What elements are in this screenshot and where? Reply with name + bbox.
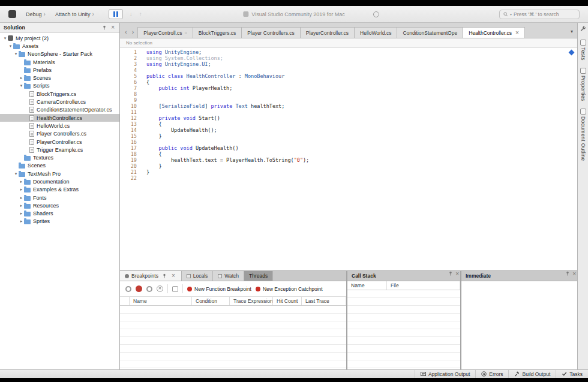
tree-item-resources[interactable]: ▸Resources	[0, 201, 119, 209]
tree-item-prefabs[interactable]: Prefabs	[0, 66, 119, 74]
tree-item-textmesh-pro[interactable]: ▾TextMesh Pro	[0, 170, 119, 178]
tree-item-textures[interactable]: Textures	[0, 154, 119, 161]
errors-icon	[481, 371, 487, 377]
rail-pad-document-outline[interactable]: Document Outline	[580, 109, 586, 161]
toolbox-icon[interactable]	[580, 26, 586, 32]
editor-tab-conditionstatementope[interactable]: ConditionStatementOpe	[397, 27, 463, 38]
tree-item-blocktriggers-cs[interactable]: BlockTriggers.cs	[0, 90, 119, 98]
editor-tab-helloworld-cs[interactable]: HelloWorld.cs	[354, 27, 397, 38]
immediate-console[interactable]	[461, 281, 577, 369]
global-search-input[interactable]: ▾ Press '⌘.' to search	[499, 10, 580, 19]
pause-debugging-button[interactable]	[109, 9, 123, 19]
chevron-right-icon[interactable]: ▸	[19, 195, 24, 200]
column-header-name[interactable]: Name	[130, 297, 192, 305]
tree-item-neonsphere-starter-pack[interactable]: ▾NeonSphere - Starter Pack	[0, 50, 119, 58]
column-header-file[interactable]: File	[387, 281, 460, 290]
tree-item-cameracontroller-cs[interactable]: CameraController.cs	[0, 98, 119, 106]
navigate-forward-icon[interactable]: ›	[130, 27, 137, 38]
breadcrumb[interactable]: No selection	[120, 38, 577, 48]
column-header-hit-count[interactable]: Hit Count	[273, 297, 302, 305]
tree-item-conditionstatementoperator-cs[interactable]: ConditionStatementOperator.cs	[0, 106, 119, 114]
app-icon[interactable]	[8, 10, 16, 18]
tree-item-playercontroller-cs[interactable]: PlayerController.cs	[0, 138, 119, 146]
step-out-icon[interactable]: ↑	[139, 11, 142, 17]
column-header-condition[interactable]: Condition	[192, 297, 230, 305]
tree-item-shaders[interactable]: ▸Shaders	[0, 210, 119, 218]
editor-tab-player-controllers-cs[interactable]: Player Controllers.cs	[241, 27, 299, 38]
editor-tab-healthcontroller-cs[interactable]: HealthController.cs×	[463, 27, 525, 38]
chevron-right-icon[interactable]: ▸	[19, 211, 24, 216]
debug-configuration-dropdown[interactable]: Debug ›	[26, 11, 46, 17]
new-exception-catchpoint-button[interactable]: New Exception Catchpoint	[256, 286, 323, 292]
statusbar-tasks[interactable]: Tasks	[556, 370, 588, 378]
bottom-pads: Breakpoints×LocalsWatchThreads New Funct…	[120, 270, 577, 369]
new-function-breakpoint-button[interactable]: New Function Breakpoint	[187, 286, 251, 292]
notifications-icon[interactable]	[373, 11, 379, 17]
close-icon[interactable]: ×	[170, 273, 176, 279]
close-icon[interactable]: ×	[110, 25, 116, 31]
statusbar-application-output[interactable]: Application Output	[415, 370, 475, 378]
tree-item-documentation[interactable]: ▸Documentation	[0, 178, 119, 185]
editor-tab-blocktriggers-cs[interactable]: BlockTriggers.cs	[193, 27, 242, 38]
breakpoints-pad: Breakpoints×LocalsWatchThreads New Funct…	[120, 271, 346, 369]
pad-tab-threads[interactable]: Threads	[244, 271, 273, 281]
breakpoint-icon[interactable]	[136, 285, 142, 292]
rail-pad-tests[interactable]: Tests	[580, 40, 586, 61]
close-icon[interactable]: ×	[571, 271, 577, 281]
statusbar-errors[interactable]: Errors	[475, 370, 508, 378]
breakpoint-outline-icon[interactable]	[146, 286, 152, 292]
editor-tab-playercontroller-cs[interactable]: PlayerController.cs	[300, 27, 354, 38]
pin-icon[interactable]	[101, 25, 108, 30]
editor-tab-playercontroll-cs[interactable]: PlayerControll.cs○	[137, 27, 192, 38]
chevron-right-icon[interactable]: ▸	[19, 179, 24, 184]
tree-item-my-project-2[interactable]: ▾My project (2)	[0, 34, 119, 42]
tree-item-examples-extras[interactable]: ▸Examples & Extras	[0, 186, 119, 194]
chevron-down-icon[interactable]: ▾	[13, 172, 19, 176]
tree-item-healthcontroller-cs[interactable]: HealthController.cs	[0, 114, 119, 122]
column-header-last-trace[interactable]: Last Trace	[302, 297, 346, 305]
column-header-name[interactable]: Name	[347, 281, 387, 290]
code-editor[interactable]: 1using UnityEngine;2using System.Collect…	[120, 48, 577, 270]
attach-target-dropdown[interactable]: Attach to Unity ›	[55, 11, 94, 17]
rail-pad-properties[interactable]: Properties	[580, 68, 586, 101]
remove-breakpoint-icon[interactable]	[157, 285, 163, 292]
chevron-down-icon[interactable]: ▾	[8, 44, 13, 49]
tree-item-fonts[interactable]: ▸Fonts	[0, 194, 119, 201]
tree-item-scripts[interactable]: ▾Scripts	[0, 82, 119, 90]
close-icon[interactable]: ×	[454, 271, 460, 281]
breakpoint-properties-icon[interactable]	[172, 286, 178, 292]
close-tab-icon[interactable]: ×	[515, 29, 519, 36]
tree-item-scenes[interactable]: ▸Scenes	[0, 74, 119, 82]
code-line: 20 }	[122, 163, 577, 169]
tree-item-player-controllers-cs[interactable]: Player Controllers.cs	[0, 130, 119, 138]
navigate-back-icon[interactable]: ‹	[122, 27, 130, 38]
pin-icon[interactable]	[447, 271, 454, 281]
tree-item-scenes[interactable]: Scenes	[0, 162, 119, 170]
column-header-trace-expression[interactable]: Trace Expression	[230, 297, 273, 305]
empty-row	[120, 314, 346, 321]
step-over-icon[interactable]: ↓	[130, 11, 133, 17]
tab-overflow-icon[interactable]: ▾	[566, 27, 577, 38]
pad-tab-watch[interactable]: Watch	[213, 271, 244, 281]
tree-item-helloworld-cs[interactable]: HelloWorld.cs	[0, 122, 119, 130]
pin-icon[interactable]	[161, 273, 168, 278]
chevron-right-icon[interactable]: ▸	[19, 76, 24, 80]
chevron-down-icon[interactable]: ▾	[2, 36, 8, 41]
chevron-down-icon[interactable]: ▾	[13, 52, 19, 56]
statusbar-build-output[interactable]: Build Output	[508, 370, 556, 378]
pad-tab-locals[interactable]: Locals	[182, 271, 214, 281]
chevron-right-icon[interactable]: ▸	[19, 187, 24, 192]
chevron-down-icon[interactable]: ▾	[19, 83, 24, 88]
tree-item-assets[interactable]: ▾Assets	[0, 42, 119, 50]
folder-icon	[24, 219, 31, 224]
pad-tab-breakpoints[interactable]: Breakpoints×	[120, 271, 182, 281]
call-stack-list[interactable]	[347, 290, 460, 369]
pin-icon[interactable]	[564, 271, 571, 281]
tree-item-materials[interactable]: Materials	[0, 58, 119, 66]
tree-item-trigger-example-cs[interactable]: Trigger Example.cs	[0, 146, 119, 154]
tree-item-sprites[interactable]: ▸Sprites	[0, 218, 119, 225]
chevron-right-icon[interactable]: ▸	[19, 219, 24, 224]
breakpoints-list[interactable]	[120, 306, 346, 369]
breakpoint-disabled-icon[interactable]	[125, 286, 131, 292]
chevron-right-icon[interactable]: ▸	[19, 203, 24, 208]
